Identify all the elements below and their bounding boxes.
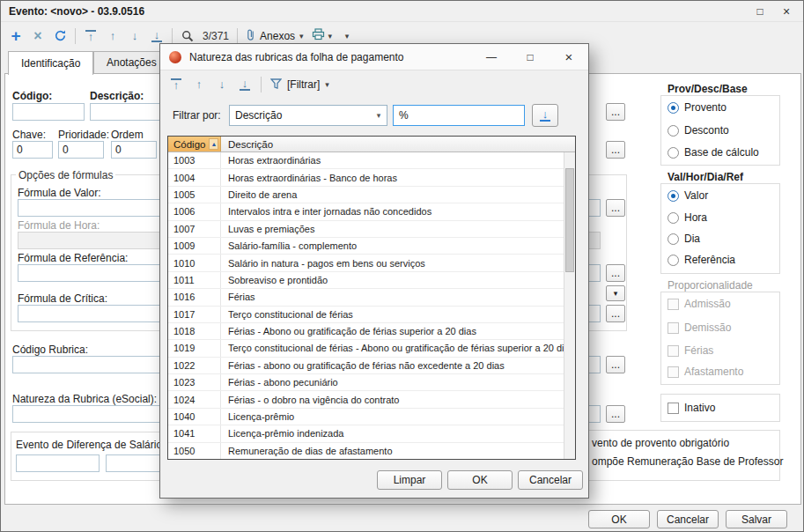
checkbox-icon[interactable] (668, 403, 679, 414)
cell-codigo[interactable]: 1018 (168, 323, 221, 339)
cell-codigo[interactable]: 1003 (168, 152, 221, 168)
dialog-maximize-icon[interactable]: □ (511, 44, 550, 70)
dialog-minimize-icon[interactable]: — (472, 44, 511, 70)
first-record-icon[interactable]: ↑ (85, 30, 96, 42)
add-icon[interactable]: + (9, 27, 23, 45)
table-row[interactable]: 1017Terço constitucional de férias (168, 307, 575, 323)
tab-anotacoes[interactable]: Anotações (93, 51, 170, 74)
column-header-codigo[interactable]: Código ▲ (168, 137, 221, 151)
cell-descricao[interactable]: Férias - abono pecuniário (221, 374, 575, 390)
cell-codigo[interactable]: 1006 (168, 203, 221, 219)
cell-descricao[interactable]: Licença-prêmio (221, 409, 575, 425)
radio-hora[interactable]: Hora (668, 211, 707, 224)
radio-dia[interactable]: Dia (668, 233, 700, 245)
cell-codigo[interactable]: 1011 (168, 272, 221, 288)
cell-descricao[interactable]: Férias (221, 289, 575, 305)
natureza-rubrica-lookup-button[interactable]: ... (606, 405, 625, 423)
last-record-icon[interactable]: ↓ (151, 30, 162, 42)
radio-icon[interactable] (668, 190, 679, 202)
cell-descricao[interactable]: Férias - Abono ou gratificação de férias… (221, 323, 575, 339)
table-row[interactable]: 1006Intervalos intra e inter jornadas nã… (168, 203, 575, 220)
apply-filter-button[interactable]: ↓ (532, 104, 558, 127)
table-row[interactable]: 1003Horas extraordinárias (168, 152, 575, 169)
more-options-chevron-icon[interactable]: ▾ (340, 27, 354, 45)
cell-codigo[interactable]: 1019 (168, 340, 221, 356)
salvar-button[interactable]: Salvar (726, 510, 787, 528)
radio-icon[interactable] (668, 147, 679, 159)
cell-descricao[interactable]: Direito de arena (221, 187, 575, 203)
codigo-rubrica-lookup-button[interactable]: ... (606, 356, 625, 373)
radio-base-de-calculo[interactable]: Base de cálculo (668, 146, 759, 159)
cell-descricao[interactable]: Terço constitucional de férias (221, 307, 575, 322)
tab-identificacao[interactable]: Identificação (8, 51, 93, 75)
table-row[interactable]: 1007Luvas e premiações (168, 221, 575, 238)
cell-codigo[interactable]: 1050 (168, 443, 221, 459)
codigo-input[interactable] (12, 103, 85, 121)
delete-icon[interactable]: × (31, 27, 45, 45)
filtrar-button[interactable]: [Filtrar] ▾ (270, 76, 329, 93)
checkbox-inativo[interactable]: Inativo (668, 402, 715, 414)
table-row[interactable]: 1040Licença-prêmio (168, 409, 575, 425)
lookup-button[interactable]: ... (606, 141, 625, 159)
table-row[interactable]: 1041Licença-prêmio indenizada (168, 425, 575, 442)
table-row[interactable]: 1010Salário in natura - pagos em bens ou… (168, 255, 575, 271)
cell-codigo[interactable]: 1022 (168, 358, 221, 373)
combobox-chevron-icon[interactable]: ▾ (606, 285, 625, 301)
chave-input[interactable]: 0 (12, 141, 53, 159)
cell-descricao[interactable]: Horas extraordinárias (221, 152, 575, 168)
cell-descricao[interactable]: Sobreaviso e prontidão (221, 272, 575, 288)
descricao-lookup-button[interactable]: ... (606, 103, 625, 121)
radio-provento[interactable]: Provento (668, 101, 727, 114)
filter-text-input[interactable]: % (393, 105, 525, 126)
cell-descricao[interactable]: Salário-família - complemento (221, 238, 575, 254)
cell-descricao[interactable]: Luvas e premiações (221, 221, 575, 237)
radio-icon[interactable] (668, 233, 679, 245)
cell-codigo[interactable]: 1007 (168, 221, 221, 237)
refresh-icon[interactable] (53, 27, 67, 45)
cell-descricao[interactable]: Horas extraordinárias - Banco de horas (221, 169, 575, 185)
table-row[interactable]: 1004Horas extraordinárias - Banco de hor… (168, 169, 575, 186)
radio-desconto[interactable]: Desconto (668, 124, 729, 137)
print-button[interactable]: ▾ (312, 27, 333, 45)
cell-descricao[interactable]: Remuneração de dias de afastamento (221, 443, 575, 459)
cell-codigo[interactable]: 1041 (168, 425, 221, 441)
table-row[interactable]: 1022Férias - abono ou gratificação de fé… (168, 358, 575, 374)
cancelar-button[interactable]: Cancelar (657, 510, 719, 528)
table-row[interactable]: 1019Terço constitucional de férias - Abo… (168, 340, 575, 357)
limpar-button[interactable]: Limpar (377, 470, 442, 490)
cell-codigo[interactable]: 1040 (168, 409, 221, 425)
table-row[interactable]: 1024Férias - o dobro na vigência do cont… (168, 391, 575, 408)
table-row[interactable]: 1018Férias - Abono ou gratificação de fé… (168, 323, 575, 340)
formula-critica-lookup-button[interactable]: ... (606, 305, 625, 322)
radio-icon[interactable] (668, 125, 679, 137)
next-row-icon[interactable]: ↓ (217, 79, 227, 90)
previous-row-icon[interactable]: ↑ (194, 79, 204, 90)
first-row-icon[interactable]: ↑ (171, 78, 181, 91)
column-header-descricao[interactable]: Descrição (221, 137, 575, 151)
table-row[interactable]: 1005Direito de arena (168, 187, 575, 203)
table-scrollbar[interactable] (564, 152, 575, 459)
cell-descricao[interactable]: Salário in natura - pagos em bens ou ser… (221, 255, 575, 270)
table-row[interactable]: 1009Salário-família - complemento (168, 238, 575, 255)
cell-descricao[interactable]: Licença-prêmio indenizada (221, 425, 575, 441)
scrollbar-thumb[interactable] (565, 168, 574, 272)
cell-codigo[interactable]: 1005 (168, 187, 221, 203)
ordem-input[interactable]: 0 (111, 141, 157, 159)
dialog-close-icon[interactable]: × (550, 44, 588, 70)
cell-codigo[interactable]: 1016 (168, 289, 221, 305)
cell-codigo[interactable]: 1023 (168, 374, 221, 390)
filter-field-select[interactable]: Descrição ▾ (229, 105, 387, 126)
prioridade-input[interactable]: 0 (58, 141, 104, 159)
radio-valor[interactable]: Valor (668, 189, 708, 202)
cell-codigo[interactable]: 1004 (168, 169, 221, 185)
previous-record-icon[interactable]: ↑ (107, 31, 118, 41)
dialog-cancelar-button[interactable]: Cancelar (518, 470, 583, 490)
close-icon[interactable]: × (773, 1, 800, 21)
formula-referencia-lookup-button[interactable]: ... (606, 264, 625, 282)
table-row[interactable]: 1023Férias - abono pecuniário (168, 374, 575, 391)
last-row-icon[interactable]: ↓ (240, 78, 250, 91)
search-icon[interactable] (181, 27, 195, 45)
radio-referencia[interactable]: Referência (668, 254, 735, 266)
cell-codigo[interactable]: 1024 (168, 391, 221, 407)
table-row[interactable]: 1016Férias (168, 289, 575, 306)
